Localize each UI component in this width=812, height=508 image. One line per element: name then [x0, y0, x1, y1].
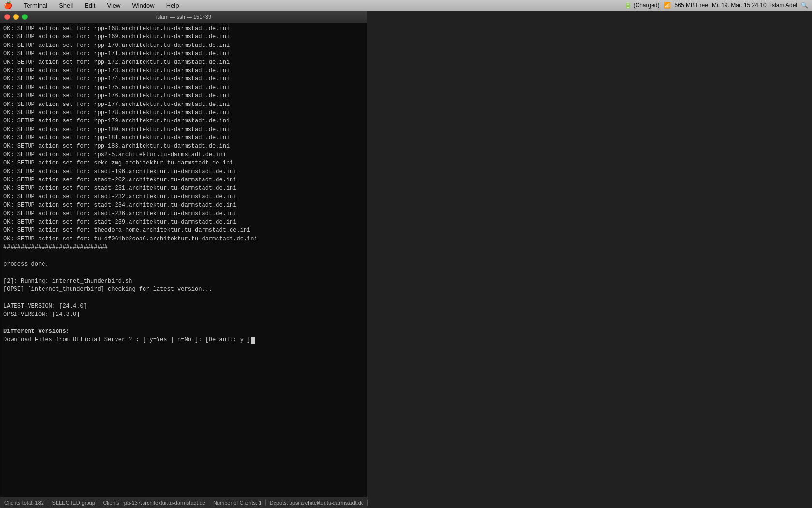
menu-view[interactable]: View	[105, 2, 122, 9]
terminal-line: OK: SETUP action set for: rps2-5.archite…	[3, 151, 364, 159]
number-of-clients: Number of Clients: 1	[209, 500, 266, 506]
terminal-line: OK: SETUP action set for: rpp-183.archit…	[3, 142, 364, 150]
terminal-content[interactable]: OK: SETUP action set for: rpp-168.archit…	[0, 23, 367, 497]
terminal-line: OK: SETUP action set for: rpp-170.archit…	[3, 42, 364, 50]
running-line: [2]: Running: internet_thunderbird.sh	[3, 277, 364, 285]
datetime: Mi. 19. Mär. 15 24 10	[712, 2, 767, 9]
latest-version-line: LATEST-VERSION: [24.4.0]	[3, 302, 364, 311]
terminal-empty	[3, 269, 364, 277]
terminal-line: OK: SETUP action set for: stadt-231.arch…	[3, 184, 364, 193]
separator-line: ##############################	[3, 243, 364, 252]
terminal-line: OK: SETUP action set for: theodora-home.…	[3, 226, 364, 235]
diff-versions-line: Different Versions!	[3, 328, 364, 336]
terminal-line: OK: SETUP action set for: sekr-zmg.archi…	[3, 159, 364, 167]
terminal-line: OK: SETUP action set for: stadt-239.arch…	[3, 218, 364, 226]
terminal-line: OK: SETUP action set for: stadt-236.arch…	[3, 210, 364, 218]
terminal-line: OK: SETUP action set for: rpp-168.archit…	[3, 25, 364, 33]
terminal-line: OK: SETUP action set for: rpp-179.archit…	[3, 117, 364, 125]
prompt-line[interactable]: Download Files from Official Server ? : …	[3, 336, 364, 344]
opsi-check-line: [OPSI] [internet_thunderbird] checking f…	[3, 285, 364, 294]
terminal-empty	[3, 294, 364, 302]
terminal-line: OK: SETUP action set for: rpp-174.archit…	[3, 75, 364, 83]
terminal-empty	[3, 319, 364, 328]
clients-total: Clients total: 182	[0, 500, 48, 506]
depots-info: Depots: opsi.architektur.tu-darmstadt.de	[266, 500, 368, 506]
free-memory: 565 MB Free	[675, 2, 708, 9]
username: Islam Adel	[770, 2, 797, 9]
wifi-icon: 📶	[664, 2, 671, 9]
terminal-line: OK: SETUP action set for: rpp-178.archit…	[3, 109, 364, 117]
battery-status: 🔋 (Charged)	[624, 2, 659, 9]
terminal-line: OK: SETUP action set for: rpp-171.archit…	[3, 50, 364, 58]
spotlight-icon[interactable]: 🔍	[801, 2, 808, 9]
terminal-line: OK: SETUP action set for: rpp-175.archit…	[3, 84, 364, 92]
terminal-empty	[3, 252, 364, 260]
process-done-line: process done.	[3, 260, 364, 269]
terminal-line: OK: SETUP action set for: stadt-232.arch…	[3, 193, 364, 201]
menubar-right: 🔋 (Charged) 📶 565 MB Free Mi. 19. Mär. 1…	[624, 2, 808, 9]
terminal-line: OK: SETUP action set for: rpp-177.archit…	[3, 101, 364, 109]
opsi-version-line: OPSI-VERSION: [24.3.0]	[3, 311, 364, 319]
terminal-line: OK: SETUP action set for: stadt-234.arch…	[3, 201, 364, 209]
menu-bar: 🍎 Terminal Shell Edit View Window Help 🔋…	[0, 0, 812, 11]
apple-menu[interactable]: 🍎	[4, 1, 12, 10]
terminal-line: OK: SETUP action set for: rpp-173.archit…	[3, 67, 364, 75]
menu-help[interactable]: Help	[164, 2, 181, 9]
terminal-line: OK: SETUP action set for: rpp-181.archit…	[3, 134, 364, 142]
menu-terminal[interactable]: Terminal	[22, 2, 49, 9]
menu-shell[interactable]: Shell	[57, 2, 75, 9]
window-title: islam — ssh — 151×39	[156, 14, 211, 20]
maximize-button[interactable]	[22, 14, 28, 20]
menu-window[interactable]: Window	[130, 2, 156, 9]
title-bar: islam — ssh — 151×39	[0, 11, 367, 23]
cursor	[251, 337, 255, 344]
clients-info: Clients: rpb-137.architektur.tu-darmstad…	[99, 500, 209, 506]
terminal-line: OK: SETUP action set for: stadt-196.arch…	[3, 168, 364, 176]
terminal-line: OK: SETUP action set for: rpp-172.archit…	[3, 59, 364, 67]
close-button[interactable]	[4, 14, 10, 20]
terminal-line: OK: SETUP action set for: rpp-176.archit…	[3, 92, 364, 100]
terminal-line: OK: SETUP action set for: stadt-202.arch…	[3, 176, 364, 184]
selected-group: SELECTED group	[48, 500, 100, 506]
terminal-line: OK: SETUP action set for: rpp-169.archit…	[3, 33, 364, 41]
status-bar: Clients total: 182 SELECTED group Client…	[0, 497, 368, 508]
terminal-line: OK: SETUP action set for: rpp-180.archit…	[3, 126, 364, 134]
download-prompt-text: Download Files from Official Server ? : …	[3, 336, 250, 344]
terminal-window: islam — ssh — 151×39 OK: SETUP action se…	[0, 11, 367, 508]
terminal-line: OK: SETUP action set for: tu-df061bb2cea…	[3, 235, 364, 243]
minimize-button[interactable]	[13, 14, 19, 20]
menu-edit[interactable]: Edit	[83, 2, 97, 9]
